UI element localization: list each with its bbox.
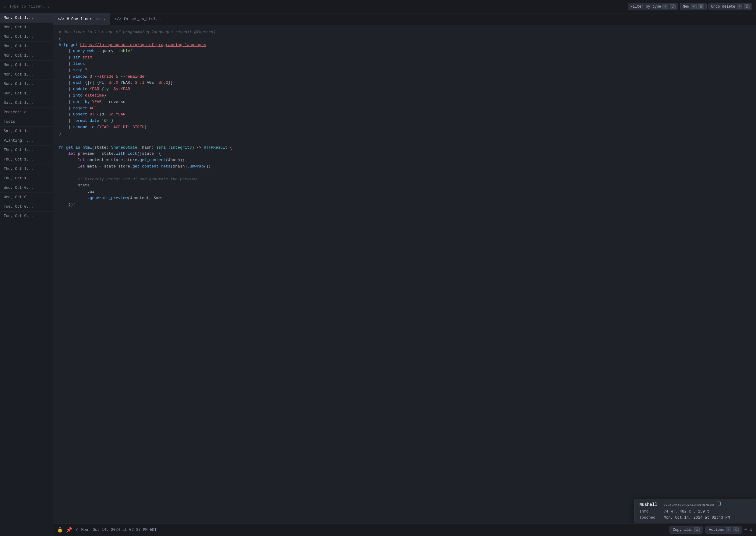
bottom-bar: 🔒 📌 ⚡ Mon, Oct 14, 2024 at 02:37 PM EDT … — [53, 523, 756, 536]
touched-value: Mon, Oct 14, 2024 at 02:43 PM — [664, 516, 730, 520]
tab-1[interactable]: </> fn get_as_html... — [110, 14, 167, 25]
actions-label: Actions — [709, 528, 724, 532]
actions-button[interactable]: Actions ⌘ K — [705, 526, 742, 534]
main-layout: Mon, Oct 1... Mon, Oct 1... Mon, Oct 1..… — [0, 14, 756, 536]
arrow-icon: › — [4, 4, 6, 9]
sidebar-item-15[interactable]: Thu, Oct 1... — [0, 155, 53, 164]
lock-icon[interactable]: 🔒 — [57, 527, 63, 533]
sidebar-item-6[interactable]: Mon, Oct 1... — [0, 70, 53, 80]
sidebar-item-13[interactable]: Planting: ... — [0, 136, 53, 146]
sidebar-item-4[interactable]: Mon, Oct 1... — [0, 51, 53, 61]
new-kbd2: N — [698, 4, 704, 9]
sidebar-item-11[interactable]: Tools — [0, 117, 53, 127]
new-button[interactable]: New ⌘ N — [680, 3, 707, 10]
sidebar-item-5[interactable]: Mon, Oct 1... — [0, 61, 53, 70]
top-button-group: Filter by type ⌘ U New ⌘ N Undo delete ⌘… — [628, 3, 752, 10]
sidebar-item-12[interactable]: Sat, Oct 1... — [0, 127, 53, 136]
sidebar-item-18[interactable]: Wed, Oct 0... — [0, 183, 53, 193]
info-label: Info — [639, 510, 664, 514]
undo-kbd1: ⌘ — [737, 4, 742, 9]
actions-kbd2: K — [733, 527, 739, 532]
sidebar-item-7[interactable]: Sun, Oct 1... — [0, 80, 53, 89]
sidebar-item-19[interactable]: Wed, Oct 0... — [0, 193, 53, 202]
tooltip-touched-row: Touched Mon, Oct 14, 2024 at 02:43 PM — [639, 516, 751, 520]
sidebar-item-0[interactable]: Mon, Oct 1... — [0, 14, 53, 23]
bottom-right-controls: Copy clip ↵ Actions ⌘ K ☀ ⚙ — [670, 526, 752, 534]
filter-kbd2: U — [670, 4, 675, 9]
pin-icon[interactable]: 📌 — [66, 527, 72, 533]
code-block-1: # One-liner to list age of programming l… — [53, 28, 756, 138]
sidebar-item-16[interactable]: Thu, Oct 1... — [0, 164, 53, 174]
new-kbd1: ⌘ — [691, 4, 697, 9]
sidebar-item-1[interactable]: Mon, Oct 1... — [0, 23, 53, 32]
lightning-icon[interactable]: ⚡ — [75, 527, 78, 533]
touched-label: Touched — [639, 516, 664, 520]
settings-icon[interactable]: ⚙ — [750, 527, 752, 533]
sidebar-item-9[interactable]: Sat, Oct 1... — [0, 98, 53, 108]
undo-delete-label: Undo delete — [711, 5, 735, 9]
brightness-icon[interactable]: ☀ — [744, 527, 747, 533]
new-label: New — [683, 5, 690, 9]
sidebar-item-2[interactable]: Mon, Oct 1... — [0, 32, 53, 42]
sidebar-item-21[interactable]: Tue, Oct 0... — [0, 212, 53, 221]
filter-by-type-label: Filter by type — [631, 5, 661, 9]
copy-enter-kbd: ↵ — [694, 527, 700, 532]
filter-input[interactable] — [9, 4, 624, 9]
tooltip-popup: Nushell 03CNCMK692PQVALOHDVRIME9O Info 7… — [634, 499, 756, 523]
sidebar: Mon, Oct 1... Mon, Oct 1... Mon, Oct 1..… — [0, 14, 53, 536]
sidebar-item-8[interactable]: Sun, Oct 1... — [0, 89, 53, 98]
actions-kbd1: ⌘ — [726, 527, 732, 532]
sidebar-item-3[interactable]: Mon, Oct 1... — [0, 42, 53, 51]
code-block-2: fn get_as_html(state: SharedState, hash:… — [53, 144, 756, 209]
tab-bar: </> # One-liner to... </> fn get_as_html… — [53, 14, 756, 25]
tooltip-info-row: Info 74 w . 482 c . 159 t — [639, 510, 751, 514]
top-bar: › Filter by type ⌘ U New ⌘ N Undo delete… — [0, 0, 756, 14]
copy-hash-icon[interactable] — [718, 502, 721, 506]
code-area[interactable]: # One-liner to list age of programming l… — [53, 25, 756, 523]
sidebar-item-17[interactable]: Thu, Oct 1... — [0, 174, 53, 183]
tooltip-title: Nushell 03CNCMK692PQVALOHDVRIME9O — [639, 502, 751, 507]
undo-delete-button[interactable]: Undo delete ⌘ Z — [708, 3, 752, 10]
filter-kbd1: ⌘ — [663, 4, 668, 9]
sidebar-item-20[interactable]: Tue, Oct 0... — [0, 202, 53, 212]
tab-0[interactable]: </> # One-liner to... — [53, 14, 110, 25]
copy-clip-button[interactable]: Copy clip ↵ — [670, 526, 703, 534]
tooltip-hash: 03CNCMK692PQVALOHDVRIME9O — [664, 503, 714, 507]
copy-clip-label: Copy clip — [673, 528, 693, 532]
sidebar-item-10[interactable]: Project: c... — [0, 108, 53, 117]
content-pane: </> # One-liner to... </> fn get_as_html… — [53, 14, 756, 536]
timestamp: Mon, Oct 14, 2024 at 02:37 PM EDT — [81, 528, 157, 532]
separator — [53, 141, 756, 141]
sidebar-item-14[interactable]: Thu, Oct 1... — [0, 146, 53, 155]
undo-kbd2: Z — [744, 4, 750, 9]
info-value: 74 w . 482 c . 159 t — [664, 510, 709, 514]
filter-by-type-button[interactable]: Filter by type ⌘ U — [628, 3, 678, 10]
